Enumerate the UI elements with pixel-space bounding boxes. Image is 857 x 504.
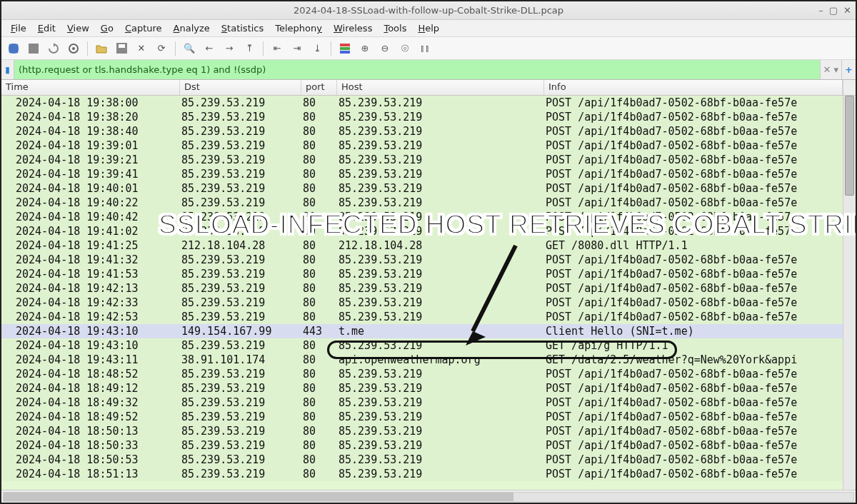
- column-time[interactable]: Time: [1, 80, 180, 95]
- zoom-out-icon[interactable]: ⊖: [377, 41, 393, 56]
- go-last-icon[interactable]: ⇥: [289, 41, 305, 56]
- filter-add-button[interactable]: +: [841, 60, 856, 79]
- menu-capture[interactable]: Capture: [120, 21, 167, 35]
- column-port[interactable]: port: [301, 80, 337, 95]
- packet-row[interactable]: 2024-04-18 18:49:3285.239.53.2198085.239…: [1, 395, 843, 410]
- filter-clear-icon[interactable]: ✕: [823, 64, 831, 75]
- zoom-reset-icon[interactable]: ⦾: [397, 41, 413, 56]
- restart-capture-icon[interactable]: [46, 41, 61, 56]
- cell-time: 2024-04-18 19:41:25: [16, 238, 181, 253]
- start-capture-icon[interactable]: [6, 41, 21, 56]
- packet-row[interactable]: 2024-04-18 19:42:3385.239.53.2198085.239…: [1, 296, 843, 310]
- auto-scroll-icon[interactable]: ⤓: [309, 41, 325, 56]
- resize-columns-icon[interactable]: ⫿⫿: [417, 41, 433, 56]
- cell-port: 80: [303, 181, 339, 196]
- packet-row[interactable]: 2024-04-18 19:42:1385.239.53.2198085.239…: [1, 281, 843, 296]
- packet-row[interactable]: 2024-04-18 19:43:10149.154.167.99443t.me…: [1, 324, 843, 338]
- cell-host: 85.239.53.219: [339, 310, 546, 324]
- column-dst[interactable]: Dst: [180, 80, 301, 95]
- scrollbar-thumb[interactable]: [845, 96, 854, 196]
- packet-row[interactable]: 2024-04-18 18:49:5285.239.53.2198085.239…: [1, 410, 843, 424]
- packet-row[interactable]: 2024-04-18 18:48:5285.239.53.2198085.239…: [1, 367, 843, 381]
- packet-row[interactable]: 2024-04-18 19:40:0185.239.53.2198085.239…: [1, 181, 843, 196]
- packet-row[interactable]: 2024-04-18 19:41:25212.18.104.2880212.18…: [1, 238, 843, 253]
- save-file-icon[interactable]: [114, 41, 129, 56]
- cell-dst: 85.239.53.219: [181, 424, 303, 438]
- cell-info: POST /api/1f4b0ad7-0502-68bf-b0aa-fe57e: [546, 153, 843, 167]
- packet-row[interactable]: 2024-04-18 18:51:1385.239.53.2198085.239…: [1, 467, 843, 481]
- cell-time: 2024-04-18 18:49:52: [16, 410, 181, 424]
- find-packet-icon[interactable]: 🔍: [181, 41, 197, 56]
- cell-dst: 85.239.53.219: [181, 438, 303, 453]
- packet-row[interactable]: 2024-04-18 19:41:0285.239.53.2198085.239…: [1, 224, 843, 238]
- cell-port: 80: [303, 253, 339, 267]
- colorize-icon[interactable]: [337, 41, 353, 56]
- svg-point-2: [72, 47, 75, 50]
- menu-help[interactable]: Help: [413, 21, 444, 35]
- menu-tools[interactable]: Tools: [379, 21, 411, 35]
- close-file-icon[interactable]: ✕: [134, 41, 149, 56]
- menu-view[interactable]: View: [62, 21, 94, 35]
- capture-options-icon[interactable]: [66, 41, 81, 56]
- packet-row[interactable]: 2024-04-18 18:50:1385.239.53.2198085.239…: [1, 424, 843, 438]
- filter-dropdown-icon[interactable]: ▾: [833, 64, 838, 75]
- jump-to-icon[interactable]: ⤒: [241, 41, 257, 56]
- packet-row[interactable]: 2024-04-18 18:49:1285.239.53.2198085.239…: [1, 381, 843, 395]
- menu-telephony[interactable]: Telephony: [270, 21, 327, 35]
- packet-row[interactable]: 2024-04-18 19:39:2185.239.53.2198085.239…: [1, 153, 843, 167]
- packet-list-header: Time Dst port Host Info: [1, 80, 856, 96]
- cell-host: 85.239.53.219: [339, 381, 546, 395]
- menubar: File Edit View Go Capture Analyze Statis…: [1, 20, 856, 37]
- cell-info: POST /api/1f4b0ad7-0502-68bf-b0aa-fe57e: [546, 453, 843, 467]
- cell-host: 85.239.53.219: [339, 224, 546, 238]
- menu-statistics[interactable]: Statistics: [216, 21, 269, 35]
- packet-row[interactable]: 2024-04-18 19:40:2285.239.53.2198085.239…: [1, 196, 843, 210]
- stop-capture-icon[interactable]: [26, 41, 41, 56]
- column-host[interactable]: Host: [337, 80, 544, 95]
- packet-list[interactable]: 2024-04-18 19:38:0085.239.53.2198085.239…: [1, 96, 856, 490]
- packet-row[interactable]: 2024-04-18 19:39:4185.239.53.2198085.239…: [1, 167, 843, 181]
- packet-row[interactable]: 2024-04-18 19:43:1138.91.101.17480api.op…: [1, 353, 843, 367]
- cell-time: 2024-04-18 18:49:32: [16, 395, 181, 410]
- window-maximize-button[interactable]: ▢: [829, 5, 838, 16]
- packet-row[interactable]: 2024-04-18 19:43:1085.239.53.2198085.239…: [1, 338, 843, 353]
- svg-rect-5: [340, 44, 350, 46]
- main-toolbar: ✕ ⟳ 🔍 ← → ⤒ ⇤ ⇥ ⤓ ⊕ ⊖ ⦾ ⫿⫿: [1, 37, 856, 60]
- packet-row[interactable]: 2024-04-18 19:38:0085.239.53.2198085.239…: [1, 96, 843, 110]
- window-minimize-button[interactable]: –: [818, 5, 823, 16]
- cell-host: 85.239.53.219: [339, 196, 546, 210]
- packet-row[interactable]: 2024-04-18 19:40:4285.239.53.2198085.239…: [1, 210, 843, 224]
- column-info[interactable]: Info: [544, 80, 843, 95]
- horizontal-scrollbar-thumb[interactable]: [4, 493, 513, 501]
- cell-host: 85.239.53.219: [339, 438, 546, 453]
- packet-row[interactable]: 2024-04-18 18:50:3385.239.53.2198085.239…: [1, 438, 843, 453]
- open-file-icon[interactable]: [94, 41, 109, 56]
- cell-time: 2024-04-18 19:42:13: [16, 281, 181, 296]
- horizontal-scrollbar[interactable]: [3, 492, 854, 502]
- zoom-in-icon[interactable]: ⊕: [357, 41, 373, 56]
- menu-wireless[interactable]: Wireless: [329, 21, 377, 35]
- cell-dst: 85.239.53.219: [181, 281, 303, 296]
- cell-info: POST /api/1f4b0ad7-0502-68bf-b0aa-fe57e: [546, 438, 843, 453]
- cell-port: 80: [303, 96, 339, 110]
- packet-row[interactable]: 2024-04-18 19:41:3285.239.53.2198085.239…: [1, 253, 843, 267]
- menu-file[interactable]: File: [6, 21, 31, 35]
- menu-go[interactable]: Go: [96, 21, 119, 35]
- menu-edit[interactable]: Edit: [33, 21, 61, 35]
- reload-icon[interactable]: ⟳: [154, 41, 169, 56]
- go-back-icon[interactable]: ←: [201, 41, 217, 56]
- packet-row[interactable]: 2024-04-18 19:38:2085.239.53.2198085.239…: [1, 110, 843, 124]
- window-close-button[interactable]: ✕: [843, 5, 851, 16]
- display-filter-input[interactable]: [14, 60, 820, 79]
- filter-bookmark-icon[interactable]: ▮: [1, 60, 14, 79]
- packet-row[interactable]: 2024-04-18 19:41:5385.239.53.2198085.239…: [1, 267, 843, 281]
- packet-row[interactable]: 2024-04-18 19:42:5385.239.53.2198085.239…: [1, 310, 843, 324]
- menu-analyze[interactable]: Analyze: [169, 21, 215, 35]
- packet-row[interactable]: 2024-04-18 19:39:0185.239.53.2198085.239…: [1, 138, 843, 153]
- packet-row[interactable]: 2024-04-18 19:38:4085.239.53.2198085.239…: [1, 124, 843, 138]
- cell-info: POST /api/1f4b0ad7-0502-68bf-b0aa-fe57e: [546, 410, 843, 424]
- go-first-icon[interactable]: ⇤: [269, 41, 285, 56]
- vertical-scrollbar[interactable]: [843, 96, 856, 490]
- packet-row[interactable]: 2024-04-18 18:50:5385.239.53.2198085.239…: [1, 453, 843, 467]
- go-forward-icon[interactable]: →: [221, 41, 237, 56]
